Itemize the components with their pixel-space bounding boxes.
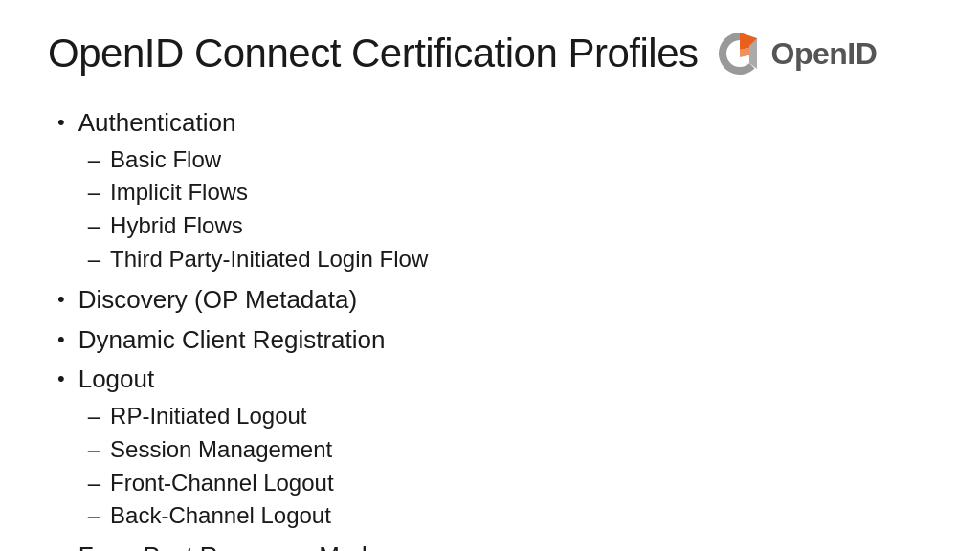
dash-implicit-flows: – [88,176,100,209]
slide-content: • Authentication – Basic Flow – Implicit… [48,105,932,551]
logout-label: Logout [78,364,155,393]
logout-sub-list: – RP-Initiated Logout – Session Manageme… [78,400,334,533]
list-item-form-post: • Form Post Response Mode [57,539,932,551]
dash-third-party-login: – [88,243,100,276]
sub-item-third-party-login: – Third Party-Initiated Login Flow [78,243,429,276]
logout-group: Logout – RP-Initiated Logout – Session M… [78,362,334,535]
sub-item-basic-flow: – Basic Flow [78,143,429,177]
bullet-dot-form-post: • [57,540,65,551]
sub-item-rp-logout: – RP-Initiated Logout [78,400,334,433]
bullet-dot-discovery: • [57,284,65,315]
implicit-flows-label: Implicit Flows [110,176,248,209]
basic-flow-label: Basic Flow [110,143,221,177]
authentication-sub-list: – Basic Flow – Implicit Flows – Hybrid F… [78,143,429,276]
openid-logo-text: OpenID [770,36,877,72]
sub-item-front-channel: – Front-Channel Logout [78,467,334,500]
dash-basic-flow: – [88,143,100,177]
discovery-label: Discovery (OP Metadata) [78,282,357,319]
bullet-dot-authentication: • [57,107,65,138]
authentication-group: Authentication – Basic Flow – Implicit F… [78,105,429,278]
authentication-label: Authentication [78,108,236,137]
dynamic-reg-label: Dynamic Client Registration [78,322,386,359]
session-mgmt-label: Session Management [110,433,332,467]
sub-item-hybrid-flows: – Hybrid Flows [78,209,429,243]
dash-back-channel: – [88,499,100,533]
form-post-label: Form Post Response Mode [78,539,381,551]
bullet-dot-dynamic-reg: • [57,324,65,355]
main-list: • Authentication – Basic Flow – Implicit… [57,105,932,551]
dash-front-channel: – [88,467,100,500]
list-item-logout: • Logout – RP-Initiated Logout – Session… [57,362,932,535]
sub-item-back-channel: – Back-Channel Logout [78,499,334,533]
openid-logo: OpenID [715,29,877,78]
hybrid-flows-label: Hybrid Flows [110,209,243,243]
slide-header: OpenID Connect Certification Profiles Op… [48,29,932,78]
third-party-login-label: Third Party-Initiated Login Flow [110,243,428,276]
list-item-authentication: • Authentication – Basic Flow – Implicit… [57,105,932,278]
list-item-dynamic-reg: • Dynamic Client Registration [57,322,932,359]
sub-item-session-mgmt: – Session Management [78,433,334,467]
list-item-discovery: • Discovery (OP Metadata) [57,282,932,319]
bullet-dot-logout: • [57,364,65,394]
dash-hybrid-flows: – [88,209,100,243]
dash-rp-logout: – [88,400,100,433]
sub-item-implicit-flows: – Implicit Flows [78,176,429,209]
back-channel-label: Back-Channel Logout [110,499,331,533]
slide: OpenID Connect Certification Profiles Op… [0,0,980,551]
dash-session-mgmt: – [88,433,100,467]
slide-title: OpenID Connect Certification Profiles [48,31,698,77]
openid-logo-icon [715,29,765,78]
rp-logout-label: RP-Initiated Logout [110,400,306,433]
front-channel-label: Front-Channel Logout [110,467,333,500]
